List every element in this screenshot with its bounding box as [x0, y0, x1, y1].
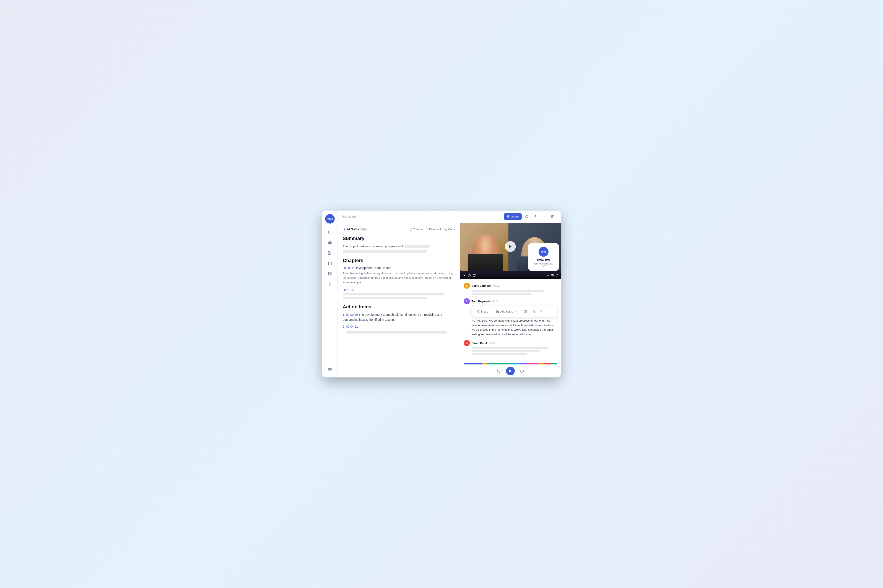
sidebar-item-settings[interactable]: [326, 365, 334, 374]
ai-notes-header: ✦ AI Notes Beta Tutorial Feedback: [343, 227, 455, 231]
svg-rect-17: [445, 229, 447, 230]
avatar-letter-sarah: S: [466, 342, 468, 345]
svg-point-13: [545, 216, 546, 217]
sarah-ph-3: [472, 353, 527, 355]
more-options-button[interactable]: [541, 213, 548, 220]
action-item-1: 1. 00:00:50 The development team should …: [343, 312, 455, 322]
progress-bar-container: [460, 362, 561, 364]
svg-point-0: [328, 231, 331, 233]
video-play-ctrl[interactable]: [463, 274, 466, 278]
chapter-header-row: 00:00:32 Development Team Update: [343, 266, 455, 270]
svg-rect-14: [552, 215, 554, 218]
copy-button[interactable]: Copy: [445, 228, 455, 231]
transcript-entry-emily: E Emily Johnson 00:02: [464, 283, 557, 295]
sidebar-item-tasks[interactable]: [326, 269, 334, 278]
chapter-placeholder-2: [343, 293, 444, 296]
video-minimize-ctrl[interactable]: [547, 274, 549, 278]
tutorial-label: Tutorial: [413, 228, 423, 231]
svg-line-28: [478, 312, 478, 312]
play-button[interactable]: [505, 241, 516, 252]
svg-marker-18: [509, 245, 512, 248]
chapter-description-1: This chapter highlights the significance…: [343, 271, 455, 285]
breadcrumb: Dashboard /: [342, 215, 357, 218]
emily-ph-2: [472, 293, 532, 295]
svg-line-23: [557, 274, 558, 275]
sarah-ph-2: [472, 350, 540, 352]
svg-line-29: [478, 311, 478, 311]
emily-placeholders: [464, 290, 557, 295]
svg-rect-8: [507, 216, 508, 218]
svg-point-26: [477, 311, 478, 312]
playback-controls: [460, 364, 561, 377]
feedback-button[interactable]: Feedback: [426, 228, 441, 231]
sidebar-item-home[interactable]: [326, 238, 334, 247]
speaker-name-tom: Tom Reynolds: [472, 300, 491, 303]
search-header-button[interactable]: [523, 213, 530, 220]
right-panel: notta Notta Bot Take Meeting Notes 📝: [460, 223, 561, 378]
logo[interactable]: notta: [325, 214, 335, 224]
chapter-placeholder-3: [343, 297, 427, 299]
left-panel: ✦ AI Notes Beta Tutorial Feedback: [337, 223, 460, 378]
chapter-item-2: 00:01:25: [343, 288, 455, 299]
action-timestamp-2[interactable]: 00:04:21: [346, 325, 358, 328]
avatar-tom: T: [464, 298, 470, 304]
video-right-controls: [547, 274, 558, 278]
speaker-time-emily: 00:02: [493, 284, 500, 287]
share-btn-label: Share: [511, 215, 519, 218]
ctx-chevron: ▼: [514, 310, 516, 313]
rewind-button[interactable]: [495, 367, 502, 375]
ctx-divider-2: [520, 309, 520, 314]
video-player: notta Notta Bot Take Meeting Notes 📝: [460, 223, 561, 279]
svg-point-27: [478, 312, 479, 313]
notes-panel-button[interactable]: [549, 213, 556, 220]
sarah-ph-1: [472, 347, 549, 349]
video-rewind-ctrl[interactable]: [468, 274, 471, 278]
app-window: notta Dashboard /: [322, 211, 561, 378]
ctx-share-button[interactable]: Share: [474, 309, 490, 314]
emily-ph-1: [472, 290, 545, 292]
video-forward-ctrl[interactable]: [472, 274, 475, 278]
notta-bot-card: notta Notta Bot Take Meeting Notes 📝: [528, 243, 559, 271]
svg-point-11: [543, 216, 543, 217]
summary-section: Summary The project partners discussed p…: [343, 236, 455, 252]
avatar-letter-emily: E: [466, 284, 468, 287]
video-fullscreen-ctrl[interactable]: [555, 274, 558, 278]
notta-bot-name: Notta Bot: [537, 258, 550, 261]
svg-point-25: [478, 310, 479, 311]
notta-bot-logo: notta: [539, 247, 549, 256]
svg-point-7: [329, 369, 330, 370]
chapter-timestamp-1[interactable]: 00:00:32: [343, 266, 354, 270]
action-timestamp-1[interactable]: 00:00:50: [346, 313, 358, 316]
export-button[interactable]: [532, 213, 539, 220]
action-items-section: Action Items 1. 00:00:50 The development…: [343, 304, 455, 333]
tutorial-button[interactable]: Tutorial: [409, 228, 423, 231]
summary-content: The project partners discussed progress …: [343, 244, 403, 248]
video-thumb-left: [460, 223, 511, 271]
svg-point-12: [544, 216, 545, 217]
video-pip-ctrl[interactable]: [551, 274, 554, 278]
ctx-delete-button[interactable]: [538, 308, 545, 315]
ai-notes-badge: ✦ AI Notes Beta: [343, 227, 367, 231]
sidebar: notta: [322, 211, 337, 378]
ai-notes-label: AI Notes: [347, 228, 359, 231]
content-area: ✦ AI Notes Beta Tutorial Feedback: [337, 223, 561, 378]
action-placeholder-1: [346, 332, 447, 333]
sidebar-item-search[interactable]: [326, 228, 334, 237]
forward-button[interactable]: [518, 367, 526, 375]
breadcrumb-text: Dashboard /: [342, 215, 357, 218]
sarah-placeholders: [464, 347, 557, 355]
speaker-time-sarah: 00:24: [489, 342, 495, 345]
sidebar-item-calendar[interactable]: [326, 259, 334, 268]
svg-line-24: [556, 276, 557, 277]
ctx-add-notes-button[interactable]: Add notes ▼: [494, 309, 518, 314]
transcript-entry-tom: T Tom Reynolds 00:11 Share: [464, 298, 557, 336]
ctx-image-button[interactable]: [522, 308, 529, 315]
chapter-item: 00:00:32 Development Team Update This ch…: [343, 266, 455, 285]
ctx-copy-button[interactable]: [530, 308, 537, 315]
sidebar-item-trash[interactable]: [326, 280, 334, 288]
sidebar-item-library[interactable]: [326, 249, 334, 257]
chapter-timestamp-2[interactable]: 00:01:25: [343, 288, 354, 292]
main-area: Dashboard / Share: [337, 211, 561, 378]
play-main-button[interactable]: [506, 367, 515, 375]
share-button[interactable]: Share: [504, 213, 522, 220]
